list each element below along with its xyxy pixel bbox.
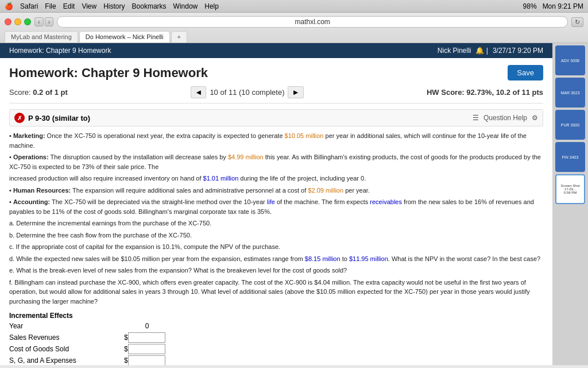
- close-button[interactable]: [5, 18, 11, 25]
- problem-line-3: increased production will also require i…: [9, 174, 543, 183]
- page-area: Homework: Chapter 9 Homework Nick Pinell…: [0, 43, 552, 365]
- file-menu[interactable]: File: [45, 2, 56, 10]
- save-button[interactable]: Save: [508, 65, 543, 80]
- sidebar-thumb-screenshot[interactable]: Screen Shot17-03...0.58 PM: [555, 174, 585, 204]
- problem-line-1: • Marketing: Once the XC-750 is operatio…: [9, 131, 543, 150]
- forward-button[interactable]: ›: [45, 17, 54, 26]
- address-bar[interactable]: mathxl.com: [57, 16, 568, 28]
- problem-part-d: d. While the expected new sales will be …: [9, 254, 543, 264]
- problem-line-2: • Operations: The disruption caused by t…: [9, 152, 543, 171]
- main-content: Homework: Chapter 9 Homework Nick Pinell…: [0, 43, 588, 365]
- new-tab-button[interactable]: +: [171, 31, 187, 43]
- course-header: Homework: Chapter 9 Homework Nick Pinell…: [0, 43, 552, 58]
- battery-status: 98%: [523, 2, 537, 10]
- browser-tabs: MyLab and Mastering Do Homework – Nick P…: [5, 31, 583, 43]
- hw-title-row: Homework: Chapter 9 Homework Save: [9, 65, 543, 80]
- mac-topbar: 🍎 Safari File Edit View History Bookmark…: [0, 0, 588, 13]
- problem-part-f: f. Billingham can instead purchase the X…: [9, 278, 543, 306]
- sidebar-thumb-pur3000[interactable]: PUR 3000: [555, 110, 585, 140]
- minimize-button[interactable]: [14, 18, 21, 25]
- score-label: Score:: [9, 88, 31, 97]
- prev-question-button[interactable]: ◄: [191, 86, 206, 98]
- table-row: Cost of Goods Sold $: [9, 344, 543, 354]
- question-help-icon: ☰: [473, 114, 479, 122]
- date-time: 3/27/17 9:20 PM: [493, 47, 543, 55]
- problem-part-e: e. What is the break-even level of new s…: [9, 266, 543, 275]
- settings-icon[interactable]: ⚙: [532, 114, 538, 122]
- year-column-header: Year: [9, 322, 124, 330]
- dollar-sign-2: $: [124, 345, 128, 353]
- score-nav: ◄ 10 of 11 (10 complete) ►: [191, 86, 303, 98]
- next-question-button[interactable]: ►: [288, 86, 303, 98]
- problem-line-5: • Accounting: The XC-750 will be depreci…: [9, 197, 543, 216]
- right-sidebar: ADV 3008 MAR 3023 PUR 3000 FIN 3403 Scre…: [552, 43, 588, 365]
- problem-line-4: • Human Resources: The expansion will re…: [9, 186, 543, 195]
- history-menu[interactable]: History: [103, 2, 125, 10]
- table-row: S, G, and A Expenses $: [9, 355, 543, 365]
- traffic-lights: [5, 18, 31, 25]
- table-rows: Sales Revenues $ Cost of Goods Sold $ S,…: [9, 332, 543, 365]
- nav-buttons: ‹ ›: [34, 17, 53, 26]
- table-row: Sales Revenues $: [9, 332, 543, 343]
- help-menu[interactable]: Help: [204, 2, 219, 10]
- course-title: Homework: Chapter 9 Homework: [9, 47, 111, 55]
- problem-tools: ☰ Question Help ⚙: [473, 114, 538, 122]
- page-body: Homework: Chapter 9 Homework Save Score:…: [0, 58, 552, 365]
- dollar-sign-1: $: [124, 334, 128, 342]
- nav-label: 10 of 11 (10 complete): [210, 88, 284, 97]
- row-label-cogs: Cost of Goods Sold: [9, 345, 124, 353]
- time-status: Mon 9:21 PM: [543, 2, 583, 10]
- safari-menu[interactable]: Safari: [20, 2, 38, 10]
- score-row: Score: 0.2 of 1 pt ◄ 10 of 11 (10 comple…: [9, 86, 543, 103]
- view-menu[interactable]: View: [82, 2, 96, 10]
- problem-badge: ✗: [14, 113, 25, 123]
- problem-header: ✗ P 9-30 (similar to) ☰ Question Help ⚙: [9, 109, 543, 126]
- maximize-button[interactable]: [24, 18, 31, 25]
- hw-score-display: HW Score: 92.73%, 10.2 of 11 pts: [427, 88, 543, 97]
- refresh-button[interactable]: ↻: [571, 17, 583, 27]
- bookmarks-menu[interactable]: Bookmarks: [132, 2, 167, 10]
- incremental-table: Incremental Effects Year 0 Sales Revenue…: [9, 312, 543, 365]
- row-label-sales-revenues: Sales Revenues: [9, 334, 124, 342]
- tab-mylab[interactable]: MyLab and Mastering: [5, 31, 78, 43]
- dollar-sign-3: $: [124, 356, 128, 365]
- sidebar-thumb-fin3403[interactable]: FIN 3403: [555, 142, 585, 172]
- problem-part-c: c. If the appropriate cost of capital fo…: [9, 242, 543, 252]
- back-button[interactable]: ‹: [34, 17, 44, 26]
- sales-revenues-input[interactable]: [128, 332, 165, 343]
- question-help-label[interactable]: Question Help: [483, 114, 527, 122]
- sidebar-thumb-adv3008[interactable]: ADV 3008: [555, 45, 585, 75]
- problem-label: P 9-30 (similar to): [28, 114, 90, 122]
- user-name: Nick Pinelli: [438, 47, 471, 55]
- col-0-header: 0: [124, 322, 170, 330]
- mac-menu: 🍎 Safari File Edit View History Bookmark…: [5, 2, 219, 10]
- separator: 🔔 |: [475, 47, 488, 55]
- table-title: Incremental Effects: [9, 312, 543, 320]
- window-menu[interactable]: Window: [173, 2, 198, 10]
- row-label-sga: S, G, and A Expenses: [9, 356, 124, 365]
- browser-chrome: ‹ › mathxl.com ↻ MyLab and Mastering Do …: [0, 13, 588, 43]
- edit-menu[interactable]: Edit: [63, 2, 75, 10]
- score-value: 0.2 of 1 pt: [33, 88, 68, 97]
- sga-input[interactable]: [128, 355, 165, 365]
- apple-menu[interactable]: 🍎: [5, 2, 13, 10]
- mac-status: 98% Mon 9:21 PM: [523, 2, 583, 10]
- problem-part-b: b. Determine the free cash flow from the…: [9, 231, 543, 240]
- sidebar-thumb-mar3023[interactable]: MAR 3023: [555, 78, 585, 108]
- problem-text: • Marketing: Once the XC-750 is operatio…: [9, 131, 543, 306]
- problem-part-a: a. Determine the incremental earnings fr…: [9, 218, 543, 228]
- cogs-input[interactable]: [128, 344, 165, 354]
- score-display: Score: 0.2 of 1 pt: [9, 88, 68, 97]
- tab-homework[interactable]: Do Homework – Nick Pinelli: [79, 31, 170, 43]
- problem-id: ✗ P 9-30 (similar to): [14, 113, 90, 123]
- browser-controls: ‹ › mathxl.com ↻: [5, 16, 583, 28]
- page-title: Homework: Chapter 9 Homework: [9, 66, 208, 80]
- course-user-info: Nick Pinelli 🔔 | 3/27/17 9:20 PM: [438, 47, 543, 55]
